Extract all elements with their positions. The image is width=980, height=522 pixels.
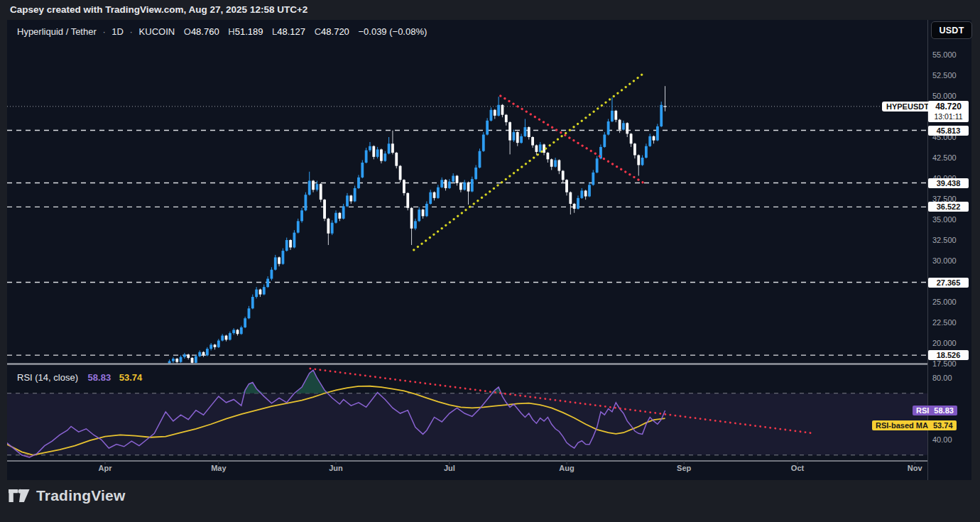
symbol-legend[interactable]: Hyperliquid / Tether · 1D · KUCOIN O48.7… (17, 26, 427, 37)
month-label-may[interactable]: May (211, 464, 226, 472)
month-label-oct[interactable]: Oct (791, 464, 804, 472)
price-chart-canvas[interactable] (7, 20, 971, 480)
current-price-value: 48.720 (928, 102, 969, 112)
rsi-tag-value: 58.83 (934, 406, 954, 415)
level-price-tag: 18.526 (928, 350, 969, 360)
rsi-ma-tag-label: RSI-based MA (876, 421, 928, 430)
brand-footer[interactable]: TradingView (9, 487, 126, 504)
rsi-tag-label: RSI (916, 406, 929, 415)
open-value: 48.760 (191, 26, 219, 37)
tradingview-screenshot: Capsey created with TradingView.com, Aug… (0, 0, 980, 522)
change-value: −0.039 (−0.08%) (358, 26, 427, 37)
level-price-tag: 36.522 (928, 202, 969, 212)
brand-wordmark: TradingView (36, 487, 126, 504)
current-price-tag: 48.720 13:01:11 (928, 101, 969, 122)
interval-label[interactable]: 1D (111, 26, 124, 37)
month-label-jul[interactable]: Jul (444, 464, 455, 472)
attribution-text: Capsey created with TradingView.com, Aug… (10, 4, 307, 15)
close-value: 48.720 (321, 26, 349, 37)
price-tick-label: 50.000 (932, 92, 957, 100)
price-tick-label: 42.500 (932, 153, 957, 162)
legend-separator: · (102, 26, 105, 37)
level-price-tag: 27.365 (928, 278, 969, 288)
exchange-label[interactable]: KUCOIN (139, 26, 175, 37)
open-label: O (184, 26, 191, 37)
level-price-tag: 39.438 (928, 178, 969, 188)
symbol-title[interactable]: Hyperliquid / Tether (17, 26, 97, 37)
bar-countdown: 13:01:11 (928, 112, 969, 121)
rsi-ma-tag-value: 53.74 (933, 421, 953, 430)
price-tick-label: 25.000 (932, 298, 957, 306)
low-value: 48.127 (277, 26, 305, 37)
main-pane[interactable] (7, 73, 927, 396)
rsi-tick-label: 40.00 (932, 435, 952, 444)
candles-layer[interactable] (7, 86, 666, 396)
rsi-legend[interactable]: RSI (14, close) 58.83 53.74 (17, 372, 142, 383)
currency-toggle-button[interactable]: USDT (931, 21, 972, 39)
tradingview-logo-icon (9, 488, 30, 504)
month-label-jun[interactable]: Jun (329, 464, 343, 472)
month-label-nov[interactable]: Nov (908, 464, 922, 472)
price-tick-label: 52.500 (932, 71, 957, 80)
high-label: H (228, 26, 234, 37)
rsi-axis-tag: RSI58.83 (913, 406, 957, 415)
price-tick-label: 20.000 (932, 339, 957, 347)
price-tick-label: 35.000 (932, 215, 957, 224)
month-label-aug[interactable]: Aug (559, 464, 574, 472)
time-axis[interactable]: AprMayJunJulAugSepOctNov (0, 464, 980, 478)
price-tick-label: 32.500 (932, 236, 957, 244)
rsi-ma-value: 53.74 (119, 372, 143, 383)
price-tick-label: 55.000 (932, 50, 957, 59)
rsi-band-fill (7, 393, 927, 455)
chart-frame (7, 20, 971, 480)
close-label: C (315, 26, 321, 37)
rsi-title[interactable]: RSI (14, close) (17, 372, 78, 383)
legend-separator: · (130, 26, 133, 37)
rsi-pane[interactable] (7, 369, 927, 457)
month-label-sep[interactable]: Sep (677, 464, 691, 472)
rsi-value: 58.83 (88, 372, 111, 383)
price-tick-label: 17.500 (932, 359, 957, 368)
high-value: 51.189 (235, 26, 263, 37)
symbol-price-line-tag: HYPEUSDT (882, 102, 933, 112)
rsi-ma-axis-tag: RSI-based MA53.74 (872, 420, 957, 430)
rsi-tick-label: 80.00 (932, 374, 952, 382)
level-price-tag: 45.813 (928, 126, 969, 136)
rsi-oversold-fill (7, 455, 665, 457)
price-tick-label: 22.500 (932, 318, 957, 327)
month-label-apr[interactable]: Apr (99, 464, 112, 472)
price-tick-label: 30.000 (932, 256, 957, 265)
